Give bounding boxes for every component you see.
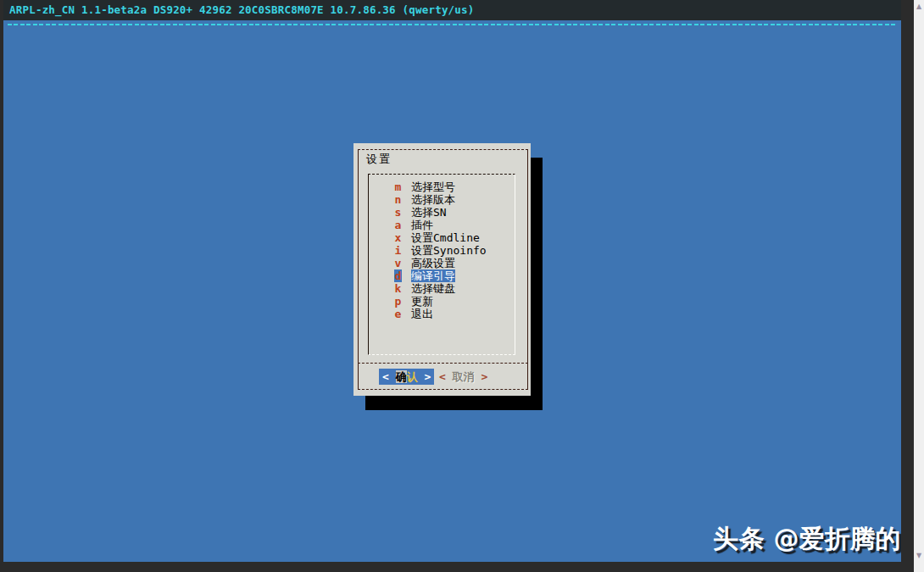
menu-item-hotkey: e <box>394 308 402 320</box>
settings-dialog: 设置 m选择型号n选择版本s选择SNa插件x设置Cmdlinei设置Synoin… <box>353 143 531 396</box>
menu-item-label: 高级设置 <box>411 257 455 269</box>
button-separator <box>358 363 528 364</box>
menu-item-label: 设置Synoinfo <box>411 244 487 257</box>
watermark-handle: @爱折腾的S <box>774 524 901 553</box>
menu-item-x[interactable]: x设置Cmdline <box>369 231 515 244</box>
menu-item-hotkey: x <box>394 231 402 244</box>
menu-item-a[interactable]: a插件 <box>369 219 515 231</box>
menu-item-label: 插件 <box>411 219 433 231</box>
menu-item-label: 更新 <box>411 295 433 308</box>
cancel-label: 取消 <box>453 370 475 383</box>
menu-item-k[interactable]: k选择键盘 <box>369 282 515 295</box>
menu-item-hotkey: s <box>394 206 402 219</box>
menu-item-s[interactable]: s选择SN <box>369 206 515 219</box>
menu-item-p[interactable]: p更新 <box>369 295 515 308</box>
vm-console-window: ARPL-zh_CN 1.1-beta2a DS920+ 42962 20C0S… <box>0 0 924 572</box>
button-row: < 确认 > < 取消 > <box>353 369 531 387</box>
cancel-left-bracket: < <box>439 370 446 383</box>
menu-item-hotkey: a <box>394 219 402 231</box>
cancel-button[interactable]: < 取消 > <box>436 369 491 385</box>
menu-item-label: 编译引导 <box>411 269 455 282</box>
scroll-up-icon[interactable]: ▲ <box>914 3 924 11</box>
menu-item-e[interactable]: e退出 <box>369 308 515 320</box>
terminal-desktop: 设置 m选择型号n选择版本s选择SNa插件x设置Cmdlinei设置Synoin… <box>3 20 901 562</box>
menu-item-hotkey: i <box>394 244 402 257</box>
ok-right-bracket: > <box>424 370 431 383</box>
menu-item-hotkey: n <box>394 193 402 206</box>
dialog-title: 设置 <box>366 152 392 167</box>
menu-item-label: 设置Cmdline <box>411 231 480 244</box>
menu-item-label: 选择键盘 <box>411 282 455 295</box>
menu-item-label: 退出 <box>411 308 433 320</box>
menu-item-hotkey: k <box>394 282 402 295</box>
watermark-brand: 头条 <box>713 524 765 553</box>
ok-label-hotkey-char: 认 <box>407 370 418 383</box>
menu-list: m选择型号n选择版本s选择SNa插件x设置Cmdlinei设置Synoinfov… <box>368 174 515 355</box>
console-backtitle: ARPL-zh_CN 1.1-beta2a DS920+ 42962 20C0S… <box>3 0 901 20</box>
menu-item-hotkey: v <box>394 257 402 269</box>
menu-item-hotkey: p <box>394 295 402 308</box>
menu-item-label: 选择版本 <box>411 193 455 206</box>
menu-item-label: 选择SN <box>411 206 447 219</box>
scroll-down-icon[interactable]: ▼ <box>914 552 924 560</box>
separator-dashes <box>8 24 896 25</box>
backtitle-text: ARPL-zh_CN 1.1-beta2a DS920+ 42962 20C0S… <box>9 3 475 16</box>
scrollbar[interactable]: ▲ ▼ <box>914 0 924 572</box>
bottom-frame-bar <box>0 562 914 572</box>
menu-item-d[interactable]: d编译引导 <box>369 269 515 282</box>
menu-item-label: 选择型号 <box>411 180 455 193</box>
ok-button[interactable]: < 确认 > <box>379 369 434 385</box>
menu-item-hotkey: d <box>394 269 402 282</box>
menu-item-hotkey: m <box>394 180 402 193</box>
right-frame-strip <box>901 0 914 572</box>
menu-item-n[interactable]: n选择版本 <box>369 193 515 206</box>
menu-item-m[interactable]: m选择型号 <box>369 180 515 193</box>
cancel-right-bracket: > <box>481 370 487 383</box>
menu-item-v[interactable]: v高级设置 <box>369 257 515 269</box>
menu-item-i[interactable]: i设置Synoinfo <box>369 244 515 257</box>
ok-label-cursor-char: 确 <box>396 370 407 383</box>
toutiao-watermark: 头条 @爱折腾的S <box>713 522 901 557</box>
ok-left-bracket: < <box>382 370 389 383</box>
